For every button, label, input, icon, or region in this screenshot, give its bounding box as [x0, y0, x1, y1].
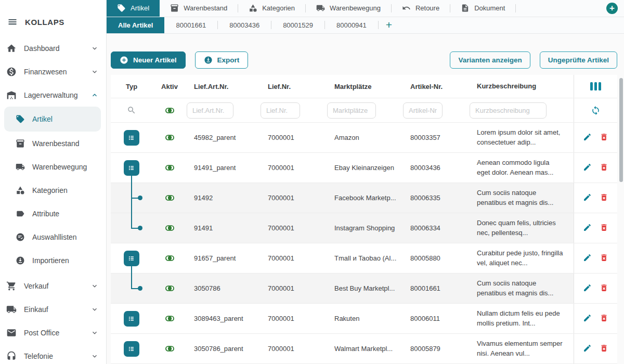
marktplaetze-value: Instagram Shopping [327, 213, 403, 243]
add-article-tab-button[interactable]: + [379, 19, 399, 31]
sidebar-item-post-office[interactable]: Post Office [0, 321, 106, 344]
column-header-lief-nr[interactable]: Lief.Nr. [261, 75, 327, 98]
tab-warenbewegung[interactable]: Warenbewegung [306, 0, 391, 17]
delete-icon[interactable] [600, 253, 608, 264]
columns-settings-icon[interactable] [590, 82, 601, 90]
subtab-alle-artikel[interactable]: Alle Artikel [107, 17, 164, 34]
delete-icon[interactable] [600, 344, 608, 354]
filter-kurzbeschreibung-input[interactable] [470, 102, 547, 119]
subtab-article[interactable]: 80001661 [164, 17, 217, 34]
vertical-scrollbar[interactable] [619, 78, 623, 182]
active-toggle-icon[interactable] [165, 133, 175, 142]
active-toggle-icon[interactable] [165, 193, 175, 203]
subtab-article[interactable]: 80003436 [218, 17, 271, 34]
column-header-typ[interactable]: Typ [111, 75, 152, 98]
sidebar-item-artikel[interactable]: Artikel [4, 107, 101, 132]
edit-icon[interactable] [583, 344, 592, 354]
table-row[interactable]: 91491_parent 7000001 Ebay Kleinanzeigen … [111, 153, 617, 183]
delete-icon[interactable] [600, 223, 608, 233]
edit-icon[interactable] [583, 283, 592, 294]
filter-lief-nr-input[interactable] [261, 102, 300, 119]
edit-icon[interactable] [583, 133, 592, 143]
show-variants-button[interactable]: Varianten anzeigen [450, 51, 530, 69]
hamburger-menu-icon[interactable] [7, 17, 18, 27]
sidebar-item-telefonie[interactable]: Telefonie [0, 344, 106, 364]
sidebar-item-label: Dashboard [24, 44, 90, 53]
filter-lief-art-nr-input[interactable] [187, 102, 233, 119]
table-header-row: Typ Aktiv Lief.Art.Nr. Lief.Nr. Marktplä… [111, 75, 617, 98]
delete-icon[interactable] [600, 133, 608, 143]
unchecked-articles-button[interactable]: Ungeprüfte Artikel [540, 51, 617, 69]
parent-article-icon[interactable] [124, 311, 139, 327]
tab-retoure[interactable]: Retoure [392, 0, 450, 17]
table-row[interactable]: 45982_parent 7000001 Amazon 80003357 Lor… [111, 123, 617, 153]
lief-art-nr-value: 91657_parent [187, 243, 261, 273]
column-header-lief-art-nr[interactable]: Lief.Art.Nr. [187, 75, 261, 98]
sidebar-item-importieren[interactable]: Importieren [0, 249, 106, 272]
artikel-nr-value: 80005879 [403, 334, 470, 363]
edit-icon[interactable] [583, 223, 592, 233]
sidebar-item-lagerverwaltung[interactable]: Lagerverwaltung [0, 83, 106, 107]
filter-marktplaetze-input[interactable] [327, 102, 376, 119]
sidebar-item-finanzwesen[interactable]: Finanzwesen [0, 60, 106, 83]
sidebar-item-warenbewegung[interactable]: Warenbewegung [0, 155, 106, 178]
sidebar-item-dashboard[interactable]: Dashboard [0, 36, 106, 60]
add-tab-button[interactable]: + [606, 3, 618, 14]
column-header-marktplaetze[interactable]: Marktplätze [327, 75, 403, 98]
active-toggle-icon[interactable] [165, 253, 175, 263]
refresh-icon[interactable] [574, 98, 617, 122]
sidebar-item-warenbestand[interactable]: Warenbestand [0, 132, 106, 155]
export-button[interactable]: Export [195, 51, 249, 69]
table-row[interactable]: 91491 7000001 Instagram Shopping 8000633… [111, 213, 617, 243]
home-icon [6, 43, 17, 54]
table-row[interactable]: 91657_parent 7000001 Tmall и Taobao (Al.… [111, 243, 617, 274]
delete-icon[interactable] [600, 283, 608, 294]
table-row[interactable]: 91492 7000001 Facebook Marketp... 800063… [111, 183, 617, 213]
filter-artikel-nr-input[interactable] [403, 102, 443, 119]
table-row[interactable]: 3089463_parent 7000001 Rakuten 80006011 … [111, 304, 617, 334]
marktplaetze-value: Best Buy Marketpl... [327, 274, 403, 303]
tab-warenbestand[interactable]: Warenbestand [160, 0, 238, 17]
delete-icon[interactable] [600, 163, 608, 173]
sidebar-item-attribute[interactable]: Attribute [0, 202, 106, 225]
delete-icon[interactable] [600, 193, 608, 203]
lief-nr-value: 7000001 [261, 243, 327, 273]
parent-article-icon[interactable] [124, 130, 139, 146]
sidebar-item-verkauf[interactable]: Verkauf [0, 274, 106, 297]
delete-icon[interactable] [600, 314, 608, 324]
table-row[interactable]: 3050786_parent 7000001 Walmart Marketpl.… [111, 334, 617, 364]
truck-icon [316, 4, 325, 12]
tab-label: Dokument [474, 4, 505, 12]
lief-nr-value: 7000001 [261, 153, 327, 183]
active-toggle-icon[interactable] [165, 283, 175, 293]
column-header-kurzbeschreibung[interactable]: Kurzbeschreibung [470, 75, 574, 98]
edit-icon[interactable] [583, 163, 592, 173]
new-article-button[interactable]: Neuer Artikel [111, 51, 186, 69]
filter-search-icon[interactable] [111, 98, 152, 122]
sidebar-item-einkauf[interactable]: Einkauf [0, 297, 106, 321]
edit-icon[interactable] [583, 253, 592, 264]
edit-icon[interactable] [583, 314, 592, 324]
toolbar-right: Varianten anzeigen Ungeprüfte Artikel [440, 51, 617, 69]
parent-article-icon[interactable] [124, 341, 139, 357]
sidebar-item-kategorien[interactable]: Kategorien [0, 178, 106, 202]
edit-icon[interactable] [583, 193, 592, 203]
filter-active-toggle[interactable] [152, 98, 187, 122]
active-toggle-icon[interactable] [165, 163, 175, 173]
column-header-artikel-nr[interactable]: Artikel-Nr. [403, 75, 470, 98]
sidebar-item-auswahllisten[interactable]: Auswahllisten [0, 225, 106, 249]
tab-dokument[interactable]: Dokument [450, 0, 515, 17]
table-row[interactable]: 3050786 7000001 Best Buy Marketpl... 800… [111, 274, 617, 304]
parent-article-icon[interactable] [124, 251, 139, 266]
add-circle-icon [120, 56, 128, 64]
subtab-article[interactable]: 80001529 [271, 17, 324, 34]
tab-kategorien[interactable]: Kategorien [238, 0, 305, 17]
column-header-aktiv[interactable]: Aktiv [152, 75, 187, 98]
tab-artikel[interactable]: Artikel [107, 0, 160, 17]
parent-article-icon[interactable] [124, 160, 139, 176]
main-area: Artikel Warenbestand Kategorien Warenbew… [107, 0, 624, 364]
active-toggle-icon[interactable] [165, 314, 175, 323]
active-toggle-icon[interactable] [165, 223, 175, 233]
active-toggle-icon[interactable] [165, 344, 175, 354]
subtab-article[interactable]: 80000941 [325, 17, 378, 34]
